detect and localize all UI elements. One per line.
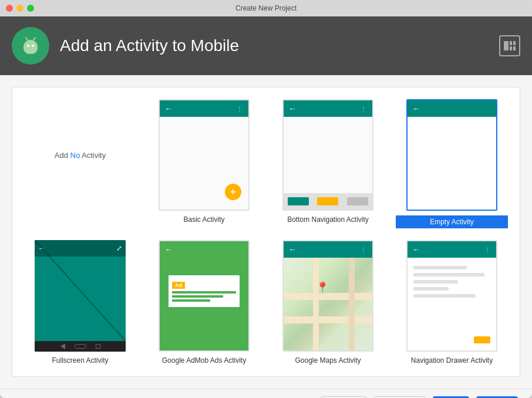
window-controls	[6, 5, 34, 12]
card-maps-activity[interactable]: ← ⋮ 📍	[272, 240, 384, 365]
finish-button[interactable]: Finish	[476, 396, 518, 399]
dialog-footer: Cancel Previous Next Finish	[0, 389, 532, 398]
svg-line-4	[33, 38, 35, 40]
svg-rect-7	[513, 41, 516, 45]
ad-phone-bar: ←	[160, 241, 248, 258]
main-content: Add No Activity ← ⋮ + Basic Activit	[0, 75, 532, 389]
android-logo	[12, 27, 49, 65]
ad-activity-label: Google AdMob Ads Activity	[162, 356, 246, 365]
minimize-button[interactable]	[16, 5, 23, 12]
list-menu-dots: ⋮	[484, 247, 491, 253]
fullscreen-activity-label: Fullscreen Activity	[52, 356, 108, 365]
phone-home-btn	[75, 344, 86, 349]
fullscreen-activity-preview: ← ⤢	[35, 240, 126, 352]
ad-lines	[172, 291, 236, 302]
basic-fab: +	[225, 184, 241, 200]
grid-view-icon	[504, 41, 516, 50]
svg-rect-9	[513, 46, 516, 50]
bottom-nav-body	[284, 117, 372, 193]
list-line-4	[413, 287, 449, 291]
card-ad-activity[interactable]: ← Ad	[148, 240, 260, 365]
list-activity-label: Navigation Drawer Activity	[411, 356, 493, 365]
bottom-nav-menu-dots: ⋮	[361, 106, 368, 112]
bottom-nav-back-arrow: ←	[288, 104, 297, 113]
fullscreen-bottom-nav	[35, 341, 126, 352]
maps-phone-body: 📍	[284, 258, 372, 350]
basic-phone-body: +	[160, 117, 248, 210]
basic-activity-preview: ← ⋮ +	[159, 99, 250, 211]
svg-point-1	[27, 45, 29, 47]
svg-line-3	[26, 38, 28, 40]
basic-activity-label: Basic Activity	[183, 215, 224, 224]
svg-rect-8	[510, 46, 512, 50]
bottom-nav-item-1	[288, 197, 309, 205]
fullscreen-preview-inner: ← ⤢	[35, 240, 126, 352]
layout-toggle-icon[interactable]	[499, 35, 520, 56]
list-line-1	[413, 266, 467, 269]
card-basic-activity[interactable]: ← ⋮ + Basic Activity	[148, 99, 260, 224]
bottom-nav-item-3	[347, 197, 368, 205]
empty-activity-preview: ←	[406, 99, 497, 211]
basic-back-arrow: ←	[164, 104, 173, 113]
phone-back-btn	[60, 343, 65, 349]
list-phone-body	[408, 258, 496, 350]
next-button[interactable]: Next	[433, 396, 470, 399]
bottom-nav-phone-bar: ← ⋮	[284, 100, 372, 117]
svg-rect-6	[510, 41, 512, 45]
list-action-btn	[474, 336, 490, 343]
no-activity-label: Add No Activity	[55, 151, 106, 160]
no-activity-preview: Add No Activity	[55, 99, 106, 211]
close-button[interactable]	[6, 5, 13, 12]
fullscreen-diagonal-svg	[35, 240, 126, 352]
header-title: Add an Activity to Mobile	[60, 36, 239, 55]
maps-road-v1	[313, 258, 319, 350]
list-back-arrow: ←	[412, 245, 420, 254]
list-line-2	[413, 273, 484, 276]
card-empty-activity[interactable]: ← Empty Activity	[396, 99, 508, 228]
maps-road-v2	[349, 258, 355, 350]
svg-rect-5	[504, 41, 509, 50]
maps-menu-dots: ⋮	[361, 247, 368, 253]
bottom-nav-bar	[284, 193, 372, 210]
card-bottom-nav-activity[interactable]: ← ⋮ Bottom Navigation Activity	[272, 99, 384, 224]
main-window: Create New Project Add an Activity to Mo…	[0, 0, 532, 398]
card-fullscreen-activity[interactable]: ← ⤢	[24, 240, 136, 365]
bottom-nav-item-2	[317, 197, 338, 205]
bottom-nav-activity-preview: ← ⋮	[282, 99, 373, 211]
activity-grid: Add No Activity ← ⋮ + Basic Activit	[24, 99, 508, 365]
maximize-button[interactable]	[27, 5, 34, 12]
activity-grid-container: Add No Activity ← ⋮ + Basic Activit	[12, 87, 520, 377]
card-no-activity[interactable]: Add No Activity	[24, 99, 136, 211]
svg-line-10	[35, 240, 126, 341]
empty-activity-label: Empty Activity	[396, 215, 508, 228]
basic-menu-dots: ⋮	[237, 106, 244, 112]
maps-back-arrow: ←	[288, 245, 297, 254]
maps-road-h2	[284, 316, 372, 323]
ad-badge: Ad	[172, 282, 185, 289]
previous-button[interactable]: Previous	[373, 396, 426, 399]
empty-phone-bar: ←	[408, 100, 496, 117]
phone-recent-btn	[96, 344, 100, 349]
cancel-button[interactable]: Cancel	[321, 396, 366, 399]
basic-phone-bar: ← ⋮	[160, 100, 248, 117]
android-logo-svg	[19, 34, 42, 58]
ad-activity-preview: ← Ad	[159, 240, 250, 352]
ad-back-arrow: ←	[164, 245, 173, 254]
card-list-activity[interactable]: ← ⋮ Navigation Drawer	[396, 240, 508, 365]
window-title: Create New Project	[235, 4, 297, 12]
title-bar: Create New Project	[0, 0, 532, 16]
list-line-3	[413, 280, 458, 284]
empty-phone-body	[408, 117, 496, 210]
dialog-header: Add an Activity to Mobile	[0, 16, 532, 75]
list-line-5	[413, 294, 476, 298]
empty-back-arrow: ←	[412, 104, 420, 113]
bottom-nav-activity-label: Bottom Navigation Activity	[287, 215, 369, 224]
list-activity-preview: ← ⋮	[406, 240, 497, 352]
maps-activity-preview: ← ⋮ 📍	[282, 240, 373, 352]
ad-card: Ad	[169, 275, 240, 307]
maps-pin: 📍	[316, 281, 329, 294]
maps-phone-bar: ← ⋮	[284, 241, 372, 258]
ad-phone-body: Ad	[160, 258, 248, 350]
svg-point-2	[32, 45, 34, 47]
maps-background	[284, 258, 372, 350]
